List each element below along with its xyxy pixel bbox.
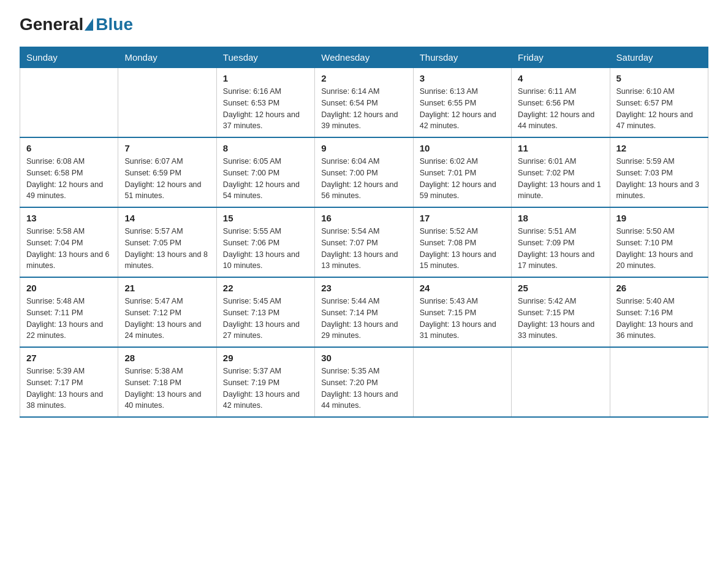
day-cell: 7Sunrise: 6:07 AMSunset: 6:59 PMDaylight… [118, 137, 216, 207]
day-cell: 18Sunrise: 5:51 AMSunset: 7:09 PMDayligh… [512, 207, 610, 277]
day-info: Sunrise: 5:55 AMSunset: 7:06 PMDaylight:… [223, 226, 308, 272]
logo-blue-text: Blue [96, 15, 133, 34]
header-day-tuesday: Tuesday [216, 47, 314, 68]
day-info: Sunrise: 5:45 AMSunset: 7:13 PMDaylight:… [223, 296, 308, 342]
week-row-3: 13Sunrise: 5:58 AMSunset: 7:04 PMDayligh… [20, 207, 708, 277]
day-info: Sunrise: 5:47 AMSunset: 7:12 PMDaylight:… [124, 296, 210, 342]
day-cell: 6Sunrise: 6:08 AMSunset: 6:58 PMDaylight… [20, 137, 118, 207]
day-info: Sunrise: 6:05 AMSunset: 7:00 PMDaylight:… [223, 156, 308, 202]
day-number: 16 [321, 213, 406, 223]
header-day-friday: Friday [512, 47, 610, 68]
day-cell: 5Sunrise: 6:10 AMSunset: 6:57 PMDaylight… [610, 68, 708, 138]
day-info: Sunrise: 5:39 AMSunset: 7:17 PMDaylight:… [26, 366, 112, 412]
day-info: Sunrise: 5:58 AMSunset: 7:04 PMDaylight:… [26, 226, 112, 272]
day-info: Sunrise: 5:38 AMSunset: 7:18 PMDaylight:… [124, 366, 210, 412]
calendar-table: SundayMondayTuesdayWednesdayThursdayFrid… [20, 47, 708, 418]
day-cell: 22Sunrise: 5:45 AMSunset: 7:13 PMDayligh… [216, 277, 314, 347]
day-cell: 20Sunrise: 5:48 AMSunset: 7:11 PMDayligh… [20, 277, 118, 347]
day-cell: 10Sunrise: 6:02 AMSunset: 7:01 PMDayligh… [413, 137, 511, 207]
logo-triangle-icon [85, 18, 93, 31]
day-number: 17 [420, 213, 505, 223]
day-info: Sunrise: 6:11 AMSunset: 6:56 PMDaylight:… [518, 86, 603, 132]
header-day-saturday: Saturday [610, 47, 708, 68]
day-number: 30 [321, 353, 406, 363]
day-info: Sunrise: 5:44 AMSunset: 7:14 PMDaylight:… [321, 296, 406, 342]
day-number: 9 [321, 143, 406, 153]
header-day-monday: Monday [118, 47, 216, 68]
day-info: Sunrise: 5:57 AMSunset: 7:05 PMDaylight:… [124, 226, 210, 272]
day-cell: 17Sunrise: 5:52 AMSunset: 7:08 PMDayligh… [413, 207, 511, 277]
header-row: SundayMondayTuesdayWednesdayThursdayFrid… [20, 47, 708, 68]
day-cell [610, 347, 708, 417]
day-number: 22 [223, 283, 308, 293]
day-cell: 4Sunrise: 6:11 AMSunset: 6:56 PMDaylight… [512, 68, 610, 138]
day-cell: 29Sunrise: 5:37 AMSunset: 7:19 PMDayligh… [216, 347, 314, 417]
day-number: 8 [223, 143, 308, 153]
day-cell: 27Sunrise: 5:39 AMSunset: 7:17 PMDayligh… [20, 347, 118, 417]
day-number: 13 [26, 213, 112, 223]
day-info: Sunrise: 6:08 AMSunset: 6:58 PMDaylight:… [26, 156, 112, 202]
day-cell: 21Sunrise: 5:47 AMSunset: 7:12 PMDayligh… [118, 277, 216, 347]
day-number: 4 [518, 73, 603, 83]
day-cell: 2Sunrise: 6:14 AMSunset: 6:54 PMDaylight… [315, 68, 413, 138]
day-number: 28 [124, 353, 210, 363]
day-cell: 1Sunrise: 6:16 AMSunset: 6:53 PMDaylight… [216, 68, 314, 138]
day-number: 1 [223, 73, 308, 83]
day-number: 10 [420, 143, 505, 153]
day-info: Sunrise: 6:13 AMSunset: 6:55 PMDaylight:… [420, 86, 505, 132]
day-info: Sunrise: 5:42 AMSunset: 7:15 PMDaylight:… [518, 296, 603, 342]
day-number: 25 [518, 283, 603, 293]
day-number: 11 [518, 143, 603, 153]
day-cell [512, 347, 610, 417]
day-number: 21 [124, 283, 210, 293]
day-cell: 14Sunrise: 5:57 AMSunset: 7:05 PMDayligh… [118, 207, 216, 277]
week-row-1: 1Sunrise: 6:16 AMSunset: 6:53 PMDaylight… [20, 68, 708, 138]
logo: General Blue [20, 15, 133, 34]
day-number: 5 [616, 73, 702, 83]
day-number: 14 [124, 213, 210, 223]
day-info: Sunrise: 6:10 AMSunset: 6:57 PMDaylight:… [616, 86, 702, 132]
day-info: Sunrise: 5:50 AMSunset: 7:10 PMDaylight:… [616, 226, 702, 272]
header-day-thursday: Thursday [413, 47, 511, 68]
day-cell [118, 68, 216, 138]
day-cell: 3Sunrise: 6:13 AMSunset: 6:55 PMDaylight… [413, 68, 511, 138]
calendar-header: SundayMondayTuesdayWednesdayThursdayFrid… [20, 47, 708, 68]
day-number: 7 [124, 143, 210, 153]
day-cell: 8Sunrise: 6:05 AMSunset: 7:00 PMDaylight… [216, 137, 314, 207]
day-number: 3 [420, 73, 505, 83]
day-number: 2 [321, 73, 406, 83]
day-cell [20, 68, 118, 138]
day-number: 15 [223, 213, 308, 223]
day-info: Sunrise: 6:02 AMSunset: 7:01 PMDaylight:… [420, 156, 505, 202]
day-info: Sunrise: 5:37 AMSunset: 7:19 PMDaylight:… [223, 366, 308, 412]
day-cell: 11Sunrise: 6:01 AMSunset: 7:02 PMDayligh… [512, 137, 610, 207]
day-number: 24 [420, 283, 505, 293]
day-cell: 26Sunrise: 5:40 AMSunset: 7:16 PMDayligh… [610, 277, 708, 347]
day-cell: 9Sunrise: 6:04 AMSunset: 7:00 PMDaylight… [315, 137, 413, 207]
logo-general-text: General [20, 15, 83, 34]
calendar-body: 1Sunrise: 6:16 AMSunset: 6:53 PMDaylight… [20, 68, 708, 418]
day-cell: 28Sunrise: 5:38 AMSunset: 7:18 PMDayligh… [118, 347, 216, 417]
day-number: 18 [518, 213, 603, 223]
day-cell: 15Sunrise: 5:55 AMSunset: 7:06 PMDayligh… [216, 207, 314, 277]
header-day-sunday: Sunday [20, 47, 118, 68]
day-info: Sunrise: 6:14 AMSunset: 6:54 PMDaylight:… [321, 86, 406, 132]
day-cell: 12Sunrise: 5:59 AMSunset: 7:03 PMDayligh… [610, 137, 708, 207]
day-info: Sunrise: 5:43 AMSunset: 7:15 PMDaylight:… [420, 296, 505, 342]
day-info: Sunrise: 5:40 AMSunset: 7:16 PMDaylight:… [616, 296, 702, 342]
day-cell: 24Sunrise: 5:43 AMSunset: 7:15 PMDayligh… [413, 277, 511, 347]
day-info: Sunrise: 5:59 AMSunset: 7:03 PMDaylight:… [616, 156, 702, 202]
day-info: Sunrise: 5:54 AMSunset: 7:07 PMDaylight:… [321, 226, 406, 272]
day-info: Sunrise: 6:01 AMSunset: 7:02 PMDaylight:… [518, 156, 603, 202]
day-info: Sunrise: 5:35 AMSunset: 7:20 PMDaylight:… [321, 366, 406, 412]
day-cell: 30Sunrise: 5:35 AMSunset: 7:20 PMDayligh… [315, 347, 413, 417]
day-number: 26 [616, 283, 702, 293]
page-header: General Blue [20, 15, 708, 34]
week-row-2: 6Sunrise: 6:08 AMSunset: 6:58 PMDaylight… [20, 137, 708, 207]
day-number: 12 [616, 143, 702, 153]
week-row-5: 27Sunrise: 5:39 AMSunset: 7:17 PMDayligh… [20, 347, 708, 417]
day-cell: 19Sunrise: 5:50 AMSunset: 7:10 PMDayligh… [610, 207, 708, 277]
day-number: 6 [26, 143, 112, 153]
day-info: Sunrise: 6:16 AMSunset: 6:53 PMDaylight:… [223, 86, 308, 132]
day-number: 20 [26, 283, 112, 293]
